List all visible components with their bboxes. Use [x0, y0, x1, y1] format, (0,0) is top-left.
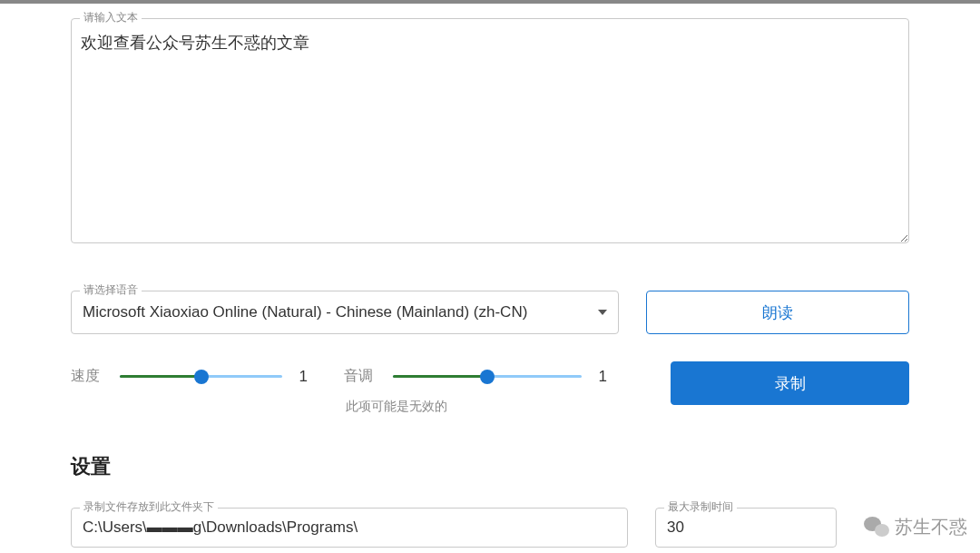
chevron-down-icon	[598, 310, 607, 315]
speed-label: 速度	[71, 367, 103, 386]
pitch-value: 1	[598, 368, 616, 386]
pitch-slider[interactable]	[393, 369, 582, 385]
voice-select-label: 请选择语音	[80, 282, 142, 298]
pitch-hint: 此项可能是无效的	[346, 399, 616, 415]
read-button[interactable]: 朗读	[646, 291, 909, 334]
voice-selected-value: Microsoft Xiaoxiao Online (Natural) - Ch…	[83, 303, 527, 321]
watermark-text: 苏生不惑	[895, 515, 967, 539]
wechat-icon	[862, 513, 889, 540]
settings-heading: 设置	[71, 453, 909, 480]
watermark: 苏生不惑	[862, 513, 967, 540]
speed-slider[interactable]	[120, 369, 282, 385]
max-time-label: 最大录制时间	[664, 499, 737, 515]
save-path-label: 录制文件存放到此文件夹下	[80, 499, 218, 515]
record-button[interactable]: 录制	[671, 361, 909, 405]
text-input-label: 请输入文本	[80, 10, 142, 25]
voice-select[interactable]: 请选择语音 Microsoft Xiaoxiao Online (Natural…	[71, 291, 619, 334]
pitch-label: 音调	[344, 367, 377, 386]
text-input[interactable]	[71, 18, 909, 243]
speed-value: 1	[299, 368, 317, 386]
